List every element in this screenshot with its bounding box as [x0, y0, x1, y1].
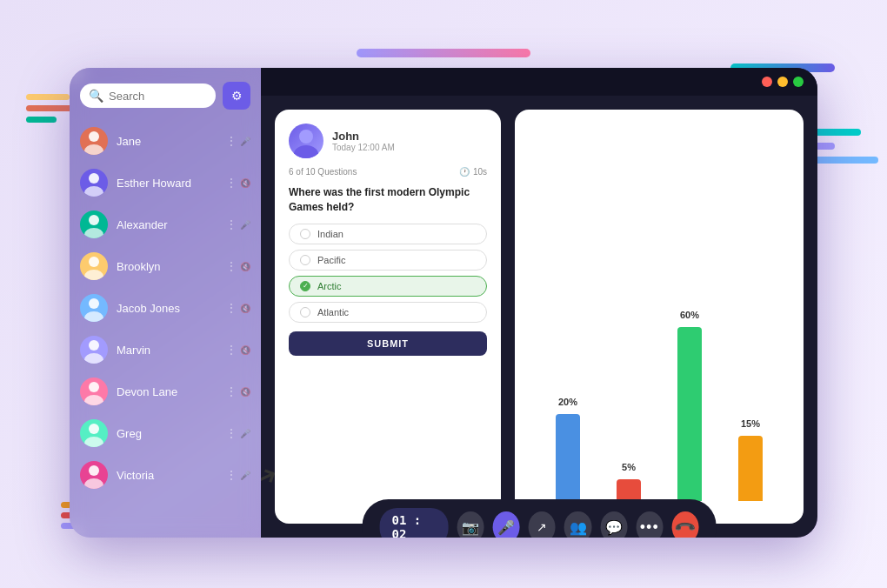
participant-name: Alexander [117, 218, 217, 231]
participant-mic-icon: 🎤 [240, 220, 250, 230]
content-area: John Today 12:00 AM 6 of 10 Questions 🕐 … [261, 96, 817, 538]
participant-name: Brooklyn [117, 260, 217, 273]
maximize-button[interactable] [793, 77, 804, 87]
participant-name: Jane [117, 135, 217, 148]
avatar [80, 294, 108, 322]
filter-icon: ⚙ [231, 89, 243, 103]
chat-icon: 💬 [605, 519, 623, 536]
svg-point-15 [84, 437, 103, 447]
participant-name: Victoria [117, 469, 217, 482]
participants-button[interactable]: 👥 [564, 511, 591, 538]
svg-point-5 [84, 228, 103, 238]
chart-bar-label: 20% [558, 397, 577, 407]
chart-bar-group: 60% [677, 310, 702, 501]
participant-mic-icon: 🎤 [240, 137, 250, 146]
svg-point-13 [84, 395, 103, 405]
svg-point-18 [299, 130, 313, 144]
chat-button[interactable]: 💬 [600, 511, 627, 538]
filter-button[interactable]: ⚙ [223, 82, 250, 110]
svg-point-6 [89, 257, 99, 267]
svg-point-2 [89, 173, 99, 184]
chart-bar [556, 414, 580, 501]
participant-item[interactable]: Devon Lane⋮🔇 [70, 371, 261, 412]
participant-options-icon[interactable]: ⋮ [226, 177, 237, 189]
quiz-meta: 6 of 10 Questions 🕐 10s [289, 167, 487, 177]
participant-options-icon[interactable]: ⋮ [226, 260, 237, 272]
option-label: Arctic [317, 281, 342, 291]
svg-point-3 [84, 186, 103, 197]
quiz-option[interactable]: Atlantic [289, 302, 487, 323]
participant-options-icon[interactable]: ⋮ [226, 385, 237, 398]
participant-mic-icon: 🔇 [240, 387, 250, 397]
participant-item[interactable]: Jacob Jones⋮🔇 [70, 287, 261, 329]
participant-item[interactable]: Victoria⋮🎤 [70, 454, 261, 496]
bottom-toolbar: 01 : 02 📷 🎤 ↗ 👥 💬 ••• [363, 499, 717, 538]
participant-options-icon[interactable]: ⋮ [226, 302, 237, 314]
participant-mic-icon: 🔇 [240, 345, 250, 355]
svg-point-9 [84, 311, 103, 322]
avatar [80, 378, 108, 405]
svg-point-14 [89, 424, 99, 434]
search-icon: 🔍 [89, 89, 103, 103]
participant-options-icon[interactable]: ⋮ [226, 218, 237, 231]
clock-icon: 🕐 [459, 167, 470, 177]
avatar [80, 252, 108, 280]
chart-bar-group: 5% [617, 462, 641, 501]
search-box[interactable]: 🔍 [80, 84, 216, 108]
arrow-decoration: ↗ [261, 454, 284, 502]
quiz-user-info: John Today 12:00 AM [332, 130, 395, 152]
ui-card: 🔍 ⚙ Jane⋮🎤 Esther Howard⋮🔇 Alexander⋮🎤 B… [70, 68, 817, 538]
camera-button[interactable]: 📷 [457, 511, 484, 538]
participant-item[interactable]: Greg⋮🎤 [70, 412, 261, 454]
search-row: 🔍 ⚙ [70, 82, 261, 110]
avatar [80, 169, 108, 197]
svg-point-17 [84, 478, 103, 489]
more-icon: ••• [640, 518, 659, 537]
quiz-option[interactable]: Pacific [289, 250, 487, 271]
share-button[interactable]: ↗ [529, 511, 556, 538]
participant-options-icon[interactable]: ⋮ [226, 344, 237, 356]
participant-mic-icon: 🔇 [240, 262, 250, 271]
chart-card: 20%5%60%15% [515, 110, 804, 524]
quiz-timer-value: 10s [473, 167, 487, 177]
participant-item[interactable]: Esther Howard⋮🔇 [70, 162, 261, 204]
video-header [261, 68, 817, 96]
end-call-button[interactable]: 📞 [671, 511, 698, 538]
participant-item[interactable]: Alexander⋮🎤 [70, 204, 261, 245]
minimize-button[interactable] [777, 77, 788, 87]
check-icon: ✓ [303, 282, 309, 290]
quiz-header: John Today 12:00 AM [289, 124, 487, 158]
search-input[interactable] [109, 90, 207, 103]
participant-item[interactable]: Brooklyn⋮🔇 [70, 245, 261, 287]
participant-options-icon[interactable]: ⋮ [226, 427, 237, 439]
quiz-user-avatar [289, 124, 323, 158]
participant-options-icon[interactable]: ⋮ [226, 469, 237, 481]
main-container: 🔍 ⚙ Jane⋮🎤 Esther Howard⋮🔇 Alexander⋮🎤 B… [52, 42, 835, 546]
chart-bar-label: 60% [680, 310, 699, 320]
avatar [80, 461, 108, 489]
svg-point-19 [294, 145, 318, 158]
option-label: Indian [317, 229, 343, 239]
participant-item[interactable]: Jane⋮🎤 [70, 120, 261, 162]
chart-area: 20%5%60%15% [529, 124, 790, 510]
chart-bar-label: 15% [741, 418, 760, 429]
participant-options-icon[interactable]: ⋮ [226, 135, 237, 147]
close-button[interactable] [762, 77, 772, 87]
quiz-timer: 🕐 10s [459, 167, 487, 177]
participant-item[interactable]: Marvin⋮🔇 [70, 329, 261, 371]
participant-mic-icon: 🎤 [240, 429, 250, 438]
window-controls [762, 77, 804, 87]
more-button[interactable]: ••• [636, 511, 663, 538]
microphone-button[interactable]: 🎤 [493, 511, 520, 538]
avatar [80, 419, 108, 447]
participant-list: Jane⋮🎤 Esther Howard⋮🔇 Alexander⋮🎤 Brook… [70, 120, 261, 524]
microphone-icon: 🎤 [497, 519, 515, 536]
quiz-option[interactable]: Indian [289, 224, 487, 244]
quiz-question-count: 6 of 10 Questions [289, 167, 357, 177]
deco-top-bar [357, 49, 530, 57]
avatar [80, 210, 108, 238]
submit-button[interactable]: SUBMIT [289, 331, 487, 356]
quiz-option[interactable]: ✓Arctic [289, 276, 487, 297]
option-radio: ✓ [300, 281, 310, 291]
participants-icon: 👥 [570, 519, 587, 536]
